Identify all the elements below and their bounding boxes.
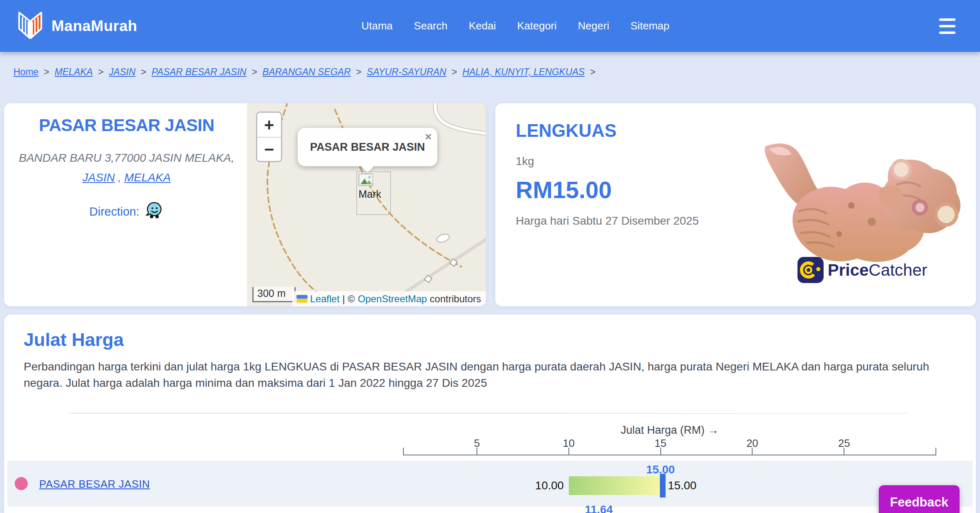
breadcrumb-separator: >	[98, 67, 103, 78]
chart-axis-line	[403, 455, 936, 455]
axis-tick-label: 25	[828, 437, 860, 450]
breadcrumb-separator: >	[590, 67, 595, 78]
chart-divider	[69, 413, 908, 414]
brand[interactable]: ManaMurah	[16, 10, 137, 42]
market-card: PASAR BESAR JASIN BANDAR BARU 3,77000 JA…	[4, 103, 486, 306]
axis-tick-mark	[935, 448, 936, 455]
axis-tick-label: 15	[644, 437, 677, 450]
map-scale-bar: 300 m	[252, 287, 296, 302]
row-market-link[interactable]: PASAR BESAR JASIN	[39, 478, 150, 491]
nav-kategori[interactable]: Kategori	[517, 20, 557, 32]
brand-name: ManaMurah	[51, 18, 137, 35]
product-unit: 1kg	[516, 155, 534, 168]
axis-tick-label: 10	[552, 437, 585, 450]
nav-sitemap[interactable]: Sitemap	[630, 20, 669, 32]
map-attribution: Leaflet | © OpenStreetMap contributors	[292, 291, 486, 306]
leaflet-link[interactable]: Leaflet	[310, 293, 340, 305]
row-bullet-dot	[15, 477, 28, 490]
pricecatcher-logo: PriceCatcher	[797, 257, 927, 283]
product-photo-galangal	[757, 140, 966, 277]
popup-close-icon[interactable]: ×	[425, 130, 432, 143]
breadcrumb-category[interactable]: BARANGAN SEGAR	[263, 67, 351, 78]
state-link[interactable]: MELAKA	[125, 171, 171, 184]
breadcrumb-separator: >	[141, 67, 146, 78]
osm-link[interactable]: OpenStreetMap	[358, 293, 427, 305]
ukraine-flag-icon	[296, 295, 307, 303]
chart-axis-label: Julat Harga (RM) →	[403, 424, 936, 437]
map-popup: PASAR BESAR JASIN ×	[298, 128, 437, 166]
row2-current-price-label: 11.64	[568, 503, 629, 513]
row-max-price-label: 15.00	[668, 479, 697, 492]
breadcrumb-separator: >	[452, 67, 457, 78]
market-info: PASAR BESAR JASIN BANDAR BARU 3,77000 JA…	[4, 103, 249, 306]
market-address-line: BANDAR BARU 3,77000 JASIN MELAKA,	[19, 152, 234, 164]
row-price-range-bar	[569, 476, 661, 495]
address-separator: ,	[115, 171, 124, 184]
nav-kedai[interactable]: Kedai	[469, 20, 496, 32]
zoom-in-button[interactable]: +	[257, 113, 281, 137]
price-range-title: Julat Harga	[24, 329, 124, 350]
manamurah-logo-icon	[16, 10, 44, 42]
nav-negeri[interactable]: Negeri	[578, 20, 609, 32]
row-min-price-label: 10.00	[482, 479, 564, 492]
axis-tick-mark	[403, 448, 404, 455]
axis-tick-label: 5	[461, 437, 493, 450]
hamburger-menu-icon[interactable]	[939, 18, 956, 34]
price-range-description: Perbandingan harga terkini dan julat har…	[24, 359, 940, 391]
breadcrumb-separator: >	[252, 67, 257, 78]
product-name: LENGKUAS	[516, 120, 617, 141]
app-header: ManaMurah Utama Search Kedai Kategori Ne…	[0, 0, 980, 52]
pricecatcher-logo-icon	[797, 257, 824, 283]
map-marker-broken-image[interactable]: Mark	[356, 172, 391, 215]
breadcrumb-item-group[interactable]: HALIA, KUNYIT, LENGKUAS	[462, 67, 585, 78]
breadcrumb-home[interactable]: Home	[13, 67, 38, 78]
waze-icon[interactable]	[145, 201, 164, 222]
market-title: PASAR BESAR JASIN	[4, 116, 249, 135]
nav-utama[interactable]: Utama	[361, 20, 393, 32]
row-current-price-marker	[660, 474, 666, 497]
map-popup-title: PASAR BESAR JASIN	[310, 141, 425, 154]
product-card: LENGKUAS 1kg RM15.00 Harga hari Sabtu 27…	[495, 103, 976, 306]
breadcrumb-subcategory[interactable]: SAYUR-SAYURAN	[367, 67, 446, 78]
breadcrumb-separator: >	[44, 67, 49, 78]
breadcrumb: Home > MELAKA > JASIN > PASAR BESAR JASI…	[13, 67, 595, 78]
breadcrumb-district[interactable]: JASIN	[109, 67, 136, 78]
breadcrumb-separator: >	[356, 67, 361, 78]
map-zoom-control: + −	[256, 112, 282, 162]
direction-label: Direction:	[89, 205, 140, 219]
marker-alt-text: Mark	[359, 188, 390, 200]
breadcrumb-market[interactable]: PASAR BESAR JASIN	[151, 67, 246, 78]
market-address: BANDAR BARU 3,77000 JASIN MELAKA, JASIN …	[12, 148, 241, 187]
pricecatcher-logo-text: PriceCatcher	[828, 261, 927, 280]
nav-search[interactable]: Search	[414, 20, 448, 32]
feedback-button[interactable]: Feedback	[879, 485, 960, 513]
breadcrumb-state[interactable]: MELAKA	[55, 67, 93, 78]
product-price: RM15.00	[516, 176, 612, 203]
district-link[interactable]: JASIN	[82, 171, 115, 184]
zoom-out-button[interactable]: −	[257, 137, 281, 161]
product-price-date: Harga hari Sabtu 27 Disember 2025	[516, 214, 699, 228]
direction-row: Direction:	[4, 201, 249, 222]
leaflet-map[interactable]: + − PASAR BESAR JASIN × Mark 300 m	[247, 103, 486, 306]
main-nav: Utama Search Kedai Kategori Negeri Sitem…	[361, 0, 669, 52]
broken-image-icon	[359, 174, 374, 187]
axis-tick-label: 20	[736, 437, 768, 450]
